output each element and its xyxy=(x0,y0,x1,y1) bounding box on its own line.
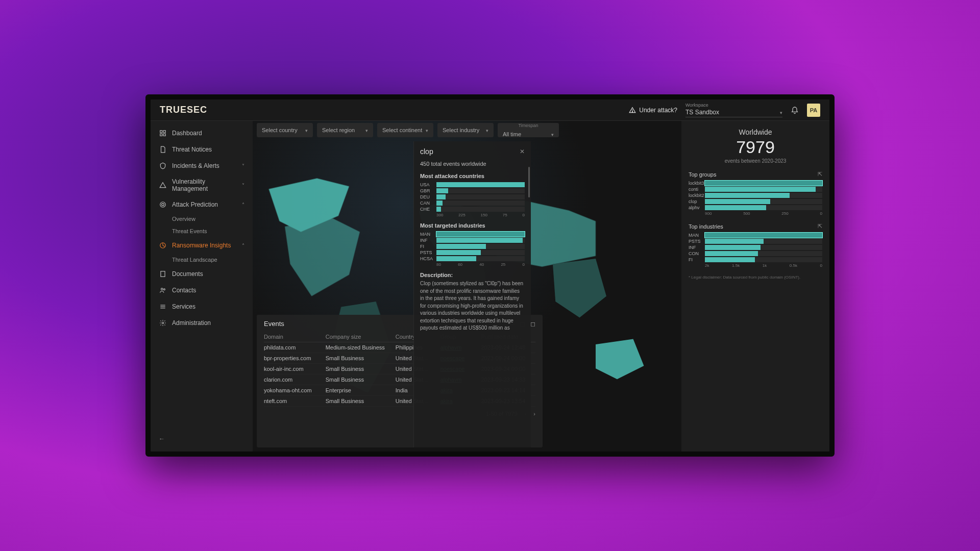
threat-detail-panel: clop ✕ 450 total events worldwide Most a… xyxy=(413,141,531,447)
scrollbar-thumb[interactable] xyxy=(528,167,530,197)
sidebar-item-attack-prediction[interactable]: Attack Prediction˄ xyxy=(151,196,253,213)
maximize-icon[interactable]: ◻ xyxy=(530,320,535,328)
warn-icon xyxy=(159,181,167,189)
sidebar-item-threat-notices[interactable]: Threat Notices xyxy=(151,141,253,158)
world-map[interactable]: Events — ▢ ◻ Domain Company size Country… xyxy=(253,121,681,452)
workspace-selector[interactable]: Workspace TS Sandbox xyxy=(685,103,782,117)
under-attack-button[interactable]: Under attack? xyxy=(629,107,677,114)
bell-icon[interactable] xyxy=(791,106,799,114)
bar-row[interactable]: USA xyxy=(420,182,525,187)
bar-row[interactable]: HCSA xyxy=(420,256,525,261)
doc-icon xyxy=(159,145,167,154)
app-header: TRUESEC Under attack? Workspace TS Sandb… xyxy=(151,99,829,121)
bar-row[interactable]: MAN xyxy=(689,233,822,238)
filter-region[interactable]: Select region xyxy=(317,123,373,137)
svg-rect-2 xyxy=(160,131,162,133)
sidebar-item-threat-events[interactable]: Threat Events xyxy=(151,225,253,237)
sidebar-item-contacts[interactable]: Contacts xyxy=(151,282,253,298)
people-icon xyxy=(159,286,167,294)
sidebar-item-threat-landscape[interactable]: Threat Landscape xyxy=(151,254,253,266)
chart-axis: 2k1.5k1k0.5k0 xyxy=(705,263,822,268)
shield-icon xyxy=(159,162,167,170)
warning-icon xyxy=(629,107,636,114)
groups-expand-icon[interactable]: ⇱ xyxy=(818,171,822,178)
filter-timespan[interactable]: Timespan All time xyxy=(498,123,559,137)
sidebar-item-services[interactable]: Services xyxy=(151,298,253,315)
chart-axis: 806040250 xyxy=(436,262,525,267)
svg-point-15 xyxy=(162,322,164,324)
target-icon xyxy=(159,201,167,209)
bar-row[interactable]: PSTS xyxy=(420,250,525,255)
svg-point-11 xyxy=(163,289,165,290)
bar-row[interactable]: FI xyxy=(420,244,525,249)
detail-title: clop xyxy=(420,147,433,156)
chart-axis: 300225150750 xyxy=(436,213,525,217)
bar-row[interactable]: DEU xyxy=(420,194,525,199)
bar-row[interactable]: INF xyxy=(689,245,822,250)
svg-rect-4 xyxy=(160,134,162,136)
bar-row[interactable]: INF xyxy=(420,238,525,243)
bar-row[interactable]: CON xyxy=(689,251,822,256)
list-icon xyxy=(159,303,167,311)
svg-point-1 xyxy=(632,111,633,112)
bar-row[interactable]: MAN xyxy=(420,232,525,237)
bar-row[interactable]: CHE xyxy=(420,207,525,212)
user-avatar[interactable]: PA xyxy=(807,104,820,117)
brand-logo: TRUESEC xyxy=(160,105,207,115)
sidebar-item-dashboard[interactable]: Dashboard xyxy=(151,125,253,141)
sidebar-item-overview[interactable]: Overview xyxy=(151,213,253,225)
sidebar-item-ransomware-insights[interactable]: Ransomware Insights˄ xyxy=(151,237,253,254)
chevron-down-icon xyxy=(305,127,308,133)
chevron-down-icon xyxy=(486,127,488,133)
gear-icon xyxy=(159,319,167,327)
detail-description: Clop (sometimes stylized as "Cl0p") has … xyxy=(420,280,525,332)
sidebar-item-incidents-alerts[interactable]: Incidents & Alerts˅ xyxy=(151,158,253,174)
total-events-count: 7979 xyxy=(689,137,822,157)
sidebar-item-documents[interactable]: Documents xyxy=(151,266,253,282)
svg-point-6 xyxy=(160,202,166,208)
chevron-down-icon xyxy=(780,109,782,116)
sidebar: DashboardThreat NoticesIncidents & Alert… xyxy=(151,121,253,452)
dashboard-icon xyxy=(159,129,167,137)
svg-point-10 xyxy=(161,288,163,290)
filter-industry[interactable]: Select industry xyxy=(437,123,494,137)
close-icon[interactable]: ✕ xyxy=(520,148,525,155)
bar-row[interactable]: PSTS xyxy=(689,239,822,244)
radar-icon xyxy=(159,241,167,249)
sidebar-item-vulnerability-management[interactable]: Vulnerability Management˅ xyxy=(151,174,253,196)
filter-bar: Select country Select region Select cont… xyxy=(253,121,681,139)
summary-sidebar: Worldwide 7979 events between 2020-2023 … xyxy=(681,121,829,452)
chevron-up-icon: ˄ xyxy=(242,202,244,208)
filter-country[interactable]: Select country xyxy=(257,123,313,137)
bar-row[interactable]: lockbit2 xyxy=(689,193,822,198)
svg-rect-5 xyxy=(163,134,165,136)
bar-row[interactable]: clop xyxy=(689,199,822,204)
doc2-icon xyxy=(159,270,167,278)
chevron-down-icon: ˅ xyxy=(242,163,244,169)
bar-row[interactable]: conti xyxy=(689,187,822,192)
svg-rect-3 xyxy=(163,131,165,133)
chevron-down-icon xyxy=(426,127,428,133)
chevron-down-icon: ˅ xyxy=(242,183,244,188)
bar-row[interactable]: lockbit3 xyxy=(689,181,822,186)
bar-row[interactable]: CAN xyxy=(420,201,525,206)
bar-row[interactable]: GBR xyxy=(420,188,525,193)
chevron-down-icon xyxy=(365,127,368,133)
chevron-up-icon: ˄ xyxy=(242,243,244,248)
filter-continent[interactable]: Select continent xyxy=(377,123,433,137)
events-title: Events xyxy=(264,320,284,328)
legal-disclaimer: * Legal disclaimer: Data sourced from pu… xyxy=(689,275,822,280)
bar-row[interactable]: FI xyxy=(689,257,822,262)
bar-row[interactable]: alphv xyxy=(689,205,822,210)
chevron-down-icon xyxy=(551,131,554,137)
chart-axis: 9005002500 xyxy=(705,211,822,216)
page-next-button[interactable]: › xyxy=(533,411,535,417)
sidebar-item-administration[interactable]: Administration xyxy=(151,315,253,331)
svg-rect-9 xyxy=(161,271,165,277)
industries-expand-icon[interactable]: ⇱ xyxy=(818,223,822,230)
svg-point-7 xyxy=(162,204,164,206)
collapse-sidebar-icon[interactable]: ← xyxy=(159,435,165,442)
